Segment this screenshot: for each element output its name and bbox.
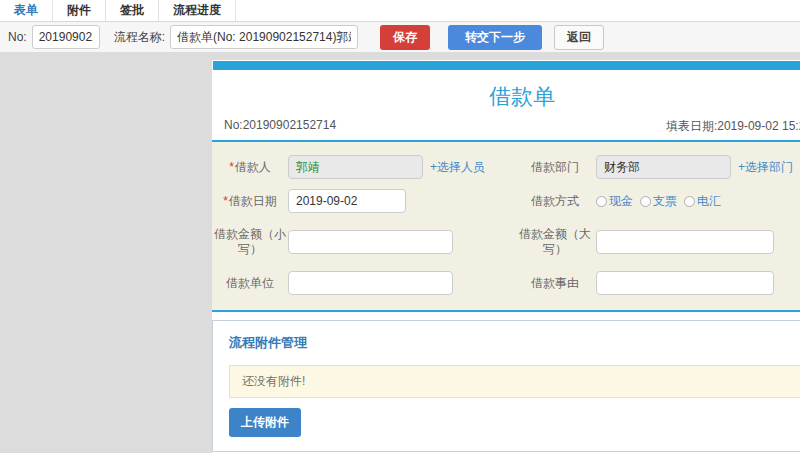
tab-bar: 表单 附件 签批 流程进度 xyxy=(0,0,800,22)
radio-cash[interactable]: 现金 xyxy=(596,193,633,210)
fields-table: *借款人 +选择人员 借款部门 +选择部门 *借款日期 借款方式 xyxy=(212,140,800,312)
method-radio-group: 现金 支票 电汇 xyxy=(596,188,800,215)
radio-icon xyxy=(596,196,607,207)
process-name-label: 流程名称: xyxy=(114,29,165,46)
required-mark: * xyxy=(229,160,234,174)
no-attachment-notice: 还没有附件! xyxy=(229,365,800,398)
no-input[interactable] xyxy=(32,25,100,49)
borrow-unit-input[interactable] xyxy=(288,271,453,295)
document-no: No:20190902152714 xyxy=(224,118,336,135)
borrow-date-input[interactable] xyxy=(288,189,406,213)
process-name-input[interactable] xyxy=(170,25,358,49)
radio-icon xyxy=(640,196,651,207)
dept-input[interactable] xyxy=(596,155,731,179)
select-person-link[interactable]: +选择人员 xyxy=(430,159,485,176)
borrow-unit-label: 借款单位 xyxy=(212,267,288,300)
borrower-label: *借款人 xyxy=(212,151,288,184)
page-body: 借款单 No:20190902152714 填表日期:2019-09-02 15… xyxy=(0,53,800,453)
tab-form[interactable]: 表单 xyxy=(0,0,53,21)
save-button[interactable]: 保存 xyxy=(380,25,430,50)
borrower-input[interactable] xyxy=(288,155,423,179)
amount-upper-input[interactable] xyxy=(596,230,774,254)
no-label: No: xyxy=(8,30,27,44)
document-title: 借款单 xyxy=(212,82,800,112)
attachment-heading: 流程附件管理 xyxy=(229,334,800,352)
radio-icon xyxy=(684,196,695,207)
method-label: 借款方式 xyxy=(514,185,596,218)
header-accent-bar xyxy=(213,61,800,70)
attachment-section: 流程附件管理 还没有附件! 上传附件 xyxy=(212,320,800,452)
tab-attachment[interactable]: 附件 xyxy=(53,0,106,21)
toolbar: No: 流程名称: 保存 转交下一步 返回 xyxy=(0,22,800,53)
form-panel: 借款单 No:20190902152714 填表日期:2019-09-02 15… xyxy=(212,60,800,453)
fill-date: 填表日期:2019-09-02 15:27:1 xyxy=(666,118,800,135)
radio-wire[interactable]: 电汇 xyxy=(684,193,721,210)
borrow-date-label: *借款日期 xyxy=(212,185,288,218)
dept-label: 借款部门 xyxy=(514,151,596,184)
amount-upper-label: 借款金额（大写） xyxy=(514,218,596,266)
back-button[interactable]: 返回 xyxy=(554,25,604,50)
required-mark: * xyxy=(223,194,228,208)
forward-next-step-button[interactable]: 转交下一步 xyxy=(448,25,542,50)
amount-lower-label: 借款金额（小写） xyxy=(212,218,288,266)
tab-progress[interactable]: 流程进度 xyxy=(159,0,236,21)
tab-sign[interactable]: 签批 xyxy=(106,0,159,21)
amount-lower-input[interactable] xyxy=(288,230,453,254)
borrow-reason-label: 借款事由 xyxy=(514,267,596,300)
upload-attachment-button[interactable]: 上传附件 xyxy=(229,408,301,437)
radio-cheque[interactable]: 支票 xyxy=(640,193,677,210)
document-meta: No:20190902152714 填表日期:2019-09-02 15:27:… xyxy=(212,112,800,140)
borrow-reason-input[interactable] xyxy=(596,271,774,295)
select-dept-link[interactable]: +选择部门 xyxy=(738,159,793,176)
